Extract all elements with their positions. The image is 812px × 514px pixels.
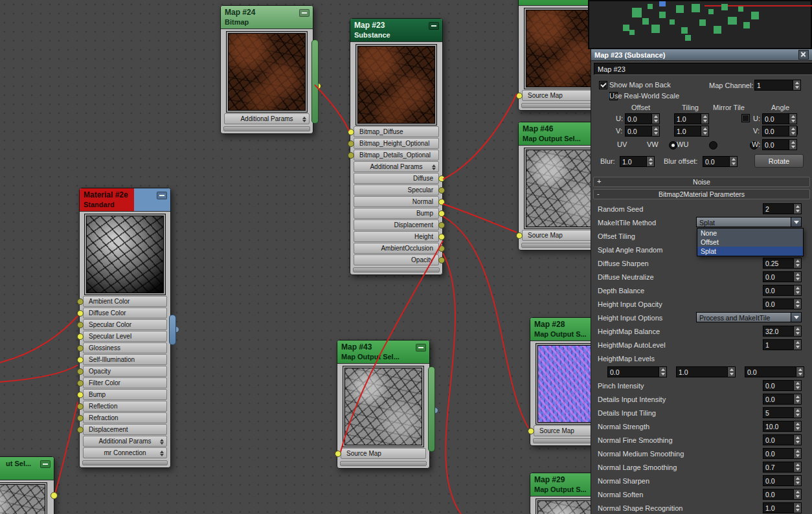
node-header[interactable]: Map #24 Bitmap: [221, 6, 313, 29]
node-header[interactable]: Map #43 Map Output Sel...: [337, 341, 429, 364]
connection-wire[interactable]: [443, 204, 517, 232]
slot-diffuse[interactable]: Diffuse: [354, 173, 439, 184]
normal-fine-smoothing-spinner[interactable]: 0.0: [763, 434, 802, 445]
connector-dot[interactable]: [438, 210, 445, 217]
connector-dot[interactable]: [77, 427, 84, 433]
connection-wire[interactable]: [0, 365, 78, 382]
dropdown-option-splat[interactable]: Splat: [697, 247, 803, 256]
show-map-on-back-checkbox[interactable]: [599, 81, 607, 89]
slot-specular-level[interactable]: Specular Level: [83, 331, 167, 342]
height-input-opacity-spinner[interactable]: 0.0: [763, 298, 802, 309]
expand-params-icon[interactable]: [160, 451, 164, 456]
heightmap-balance-spinner[interactable]: 32.0: [763, 326, 802, 337]
chevron-down-icon[interactable]: [791, 218, 801, 227]
spinner-arrows-icon[interactable]: [793, 489, 801, 499]
connector-dot[interactable]: [348, 140, 354, 147]
texture-thumbnail[interactable]: [0, 484, 45, 514]
spinner-arrows-icon[interactable]: [793, 272, 801, 282]
connector-dot[interactable]: [77, 392, 84, 398]
expand-params-icon[interactable]: [302, 117, 306, 122]
spinner-arrows-icon[interactable]: [793, 476, 801, 486]
connector-dot[interactable]: [77, 322, 84, 328]
connector-dot[interactable]: [438, 222, 445, 229]
slot-ambient-color[interactable]: Ambient Color: [83, 296, 167, 307]
connector-dot[interactable]: [77, 345, 84, 352]
collapse-icon[interactable]: -: [597, 190, 600, 198]
expand-icon[interactable]: +: [597, 177, 601, 186]
spinner-arrows-icon[interactable]: [793, 408, 801, 418]
connector-dot[interactable]: [77, 333, 84, 340]
slot-diffuse-color[interactable]: Diffuse Color: [83, 307, 167, 318]
slot-additional-params[interactable]: Additional Params: [83, 436, 167, 447]
diffuse-neutralize-spinner[interactable]: 0.0: [763, 271, 802, 282]
spinner-arrows-icon[interactable]: [789, 126, 796, 136]
connector-dot[interactable]: [438, 199, 445, 205]
connection-wire[interactable]: [0, 316, 78, 363]
noise-rollout[interactable]: + Noise: [593, 177, 810, 187]
normal-strength-spinner[interactable]: 10.0: [763, 421, 802, 432]
depth-balance-spinner[interactable]: 0.0: [763, 285, 802, 296]
spinner-arrows-icon[interactable]: [793, 421, 801, 431]
u-tiling-spinner[interactable]: 1.0: [674, 113, 709, 124]
close-icon[interactable]: [798, 50, 809, 60]
normal-medium-smoothing-spinner[interactable]: 0.0: [763, 448, 802, 459]
w-angle-spinner[interactable]: 0.0: [762, 139, 797, 150]
output-capsule[interactable]: [428, 366, 435, 452]
normal-shape-recognition-spinner[interactable]: 1.0: [763, 502, 802, 513]
map23-node[interactable]: Map #23 Substance Bitmap_Diffuse Bitmap_…: [350, 18, 443, 275]
connector-dot[interactable]: [77, 380, 84, 386]
connector-dot[interactable]: [516, 232, 523, 239]
spinner-arrows-icon[interactable]: [793, 258, 801, 268]
height-input-options-dropdown[interactable]: Process and MakeItTile: [696, 312, 802, 322]
connector-dot[interactable]: [77, 357, 84, 363]
heightmap-autolevel-spinner[interactable]: 1: [763, 339, 802, 350]
connector-dot[interactable]: [77, 403, 84, 410]
slot-bump[interactable]: Bump: [354, 208, 439, 219]
spinner-arrows-icon[interactable]: [789, 114, 796, 124]
slot-specular[interactable]: Specular: [354, 184, 439, 196]
random-seed-spinner[interactable]: 2: [763, 203, 802, 214]
normal-sharpen-spinner[interactable]: 0.0: [763, 475, 802, 486]
levels-high-spinner[interactable]: 0.0: [745, 366, 804, 377]
connection-wire[interactable]: [443, 253, 461, 514]
u-angle-spinner[interactable]: 0.0: [762, 113, 797, 124]
connector-dot[interactable]: [438, 245, 445, 252]
connector-dot[interactable]: [438, 257, 445, 263]
material2e-node[interactable]: Material #2e Standard Ambient Color Diff…: [79, 188, 171, 468]
connector-dot[interactable]: [77, 368, 84, 375]
node-header[interactable]: Map #23 Substance: [350, 19, 442, 42]
texture-thumbnail[interactable]: [228, 33, 306, 111]
slot-opacity[interactable]: Opacity: [354, 254, 439, 265]
makeittile-method-dropdown[interactable]: Splat: [696, 217, 802, 227]
spinner-arrows-icon[interactable]: [659, 367, 666, 377]
connector-dot[interactable]: [348, 129, 354, 135]
slot-displacement[interactable]: Displacement: [83, 424, 167, 435]
map43-node[interactable]: Map #43 Map Output Sel... Source Map: [337, 340, 430, 469]
spinner-arrows-icon[interactable]: [789, 140, 796, 150]
connector-dot[interactable]: [438, 175, 445, 182]
map-channel-spinner[interactable]: 1: [754, 80, 801, 91]
slot-additional-params[interactable]: Additional Params: [354, 161, 439, 172]
details-input-intensity-spinner[interactable]: 0.0: [763, 394, 802, 405]
node-header[interactable]: ut Sel...: [0, 457, 54, 480]
slot-bump[interactable]: Bump: [83, 389, 167, 400]
spinner-arrows-icon[interactable]: [793, 503, 801, 513]
spinner-arrows-icon[interactable]: [701, 126, 708, 136]
normal-large-smoothing-spinner[interactable]: 0.7: [763, 462, 802, 473]
spinner-arrows-icon[interactable]: [651, 126, 659, 136]
slot-self-illumination[interactable]: Self-Illumination: [83, 354, 167, 365]
levels-mid-spinner[interactable]: 1.0: [676, 366, 736, 377]
slot-specular-color[interactable]: Specular Color: [83, 319, 167, 330]
spinner-arrows-icon[interactable]: [793, 381, 801, 390]
v-tiling-spinner[interactable]: 1.0: [674, 126, 709, 137]
blur-offset-spinner[interactable]: 0.0: [703, 156, 738, 167]
spinner-arrows-icon[interactable]: [793, 326, 801, 336]
details-input-tiling-spinner[interactable]: 5: [763, 407, 802, 418]
u-offset-spinner[interactable]: 0.0: [625, 113, 660, 124]
spinner-arrows-icon[interactable]: [701, 114, 708, 124]
slot-refraction[interactable]: Refraction: [83, 412, 167, 423]
spinner-arrows-icon[interactable]: [793, 394, 801, 404]
map24-node[interactable]: Map #24 Bitmap Additional Params: [220, 5, 313, 134]
slot-reflection[interactable]: Reflection: [83, 401, 167, 412]
connector-dot[interactable]: [77, 415, 84, 421]
